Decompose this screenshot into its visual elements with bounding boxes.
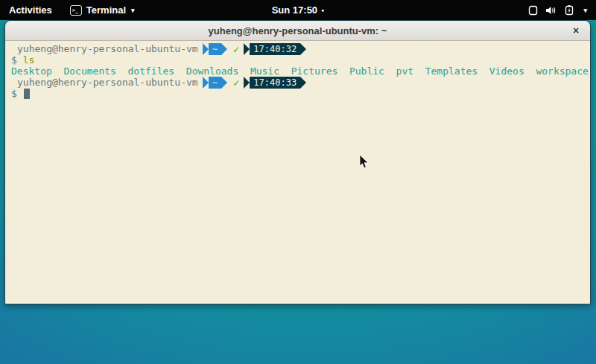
window-title: yuheng@henry-personal-ubuntu-vm: ~ — [209, 25, 387, 36]
input-line[interactable]: $ — [11, 88, 590, 99]
powerline-separator-icon — [300, 43, 306, 55]
command-line: $ ls — [11, 54, 590, 66]
desktop: Activities >_ Terminal ▾ Sun 17:50 ● — [0, 0, 596, 364]
system-menu-button[interactable]: ▾ — [519, 0, 596, 20]
check-icon: ✓ — [233, 77, 239, 89]
terminal-window: yuheng@henry-personal-ubuntu-vm: ~ × yuh… — [4, 20, 591, 304]
text-cursor — [24, 89, 30, 99]
titlebar[interactable]: yuheng@henry-personal-ubuntu-vm: ~ × — [5, 21, 590, 41]
command-text: ls — [23, 54, 35, 66]
output-line: Desktop Documents dotfiles Downloads Mus… — [11, 66, 590, 77]
directory-list: Desktop Documents dotfiles Downloads Mus… — [11, 66, 589, 77]
prompt-line: yuheng@henry-personal-ubuntu-vm ~ ✓ 17:4… — [11, 43, 590, 54]
cwd-badge: ~ — [209, 43, 221, 55]
powerline-separator-icon — [244, 77, 250, 89]
prompt-user: yuheng@henry-personal-ubuntu-vm — [17, 43, 198, 54]
display-icon — [528, 5, 538, 16]
volume-icon — [545, 5, 557, 16]
prompt-user: yuheng@henry-personal-ubuntu-vm — [17, 77, 198, 88]
battery-charging-icon — [564, 5, 575, 16]
close-icon[interactable]: × — [569, 24, 583, 37]
check-icon: ✓ — [233, 43, 239, 55]
time-badge: 17:40:32 — [250, 43, 300, 55]
terminal-icon: >_ — [70, 5, 82, 16]
powerline-separator-icon — [244, 43, 250, 55]
terminal-content[interactable]: yuheng@henry-personal-ubuntu-vm ~ ✓ 17:4… — [5, 41, 590, 304]
powerline-separator-icon — [203, 43, 209, 55]
app-menu-button[interactable]: >_ Terminal ▾ — [61, 0, 144, 20]
top-bar: Activities >_ Terminal ▾ Sun 17:50 ● — [0, 0, 596, 20]
prompt-symbol: $ — [11, 54, 17, 66]
prompt-line: yuheng@henry-personal-ubuntu-vm ~ ✓ 17:4… — [11, 77, 590, 88]
powerline-separator-icon — [203, 77, 209, 89]
powerline-separator-icon — [300, 77, 306, 89]
powerline-separator-icon — [221, 77, 227, 89]
chevron-down-icon: ▾ — [131, 7, 135, 14]
prompt-symbol: $ — [11, 88, 17, 99]
cwd-badge: ~ — [209, 77, 221, 89]
chevron-down-icon: ▾ — [583, 7, 587, 14]
powerline-separator-icon — [221, 43, 227, 55]
time-badge: 17:40:33 — [250, 77, 300, 89]
clock-label: Sun 17:50 — [272, 4, 317, 16]
activities-button[interactable]: Activities — [0, 0, 61, 20]
notification-dot: ● — [321, 7, 324, 13]
app-menu-label: Terminal — [86, 4, 126, 16]
